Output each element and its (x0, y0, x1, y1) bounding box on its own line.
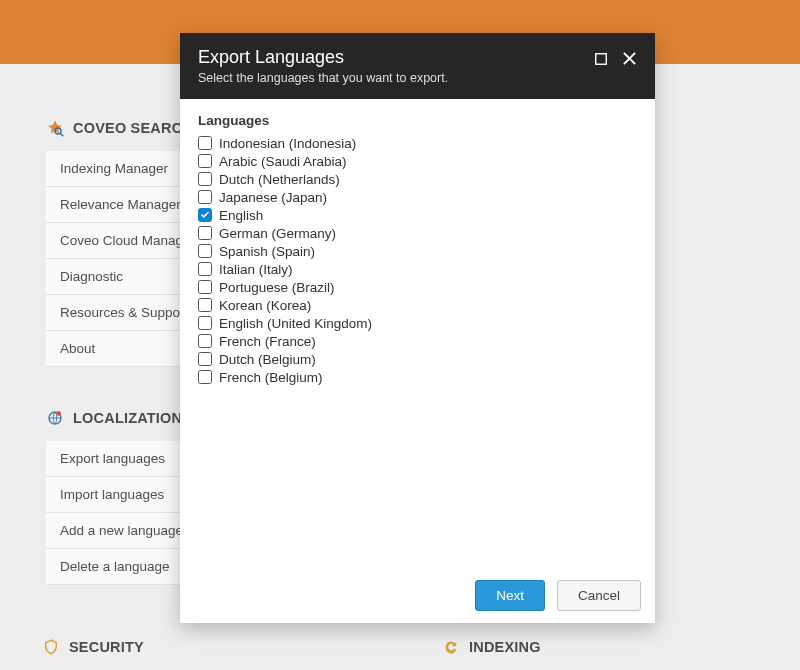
section-label: COVEO SEARCH (73, 120, 193, 136)
refresh-icon (442, 638, 460, 656)
language-label: Korean (Korea) (219, 298, 311, 313)
dialog-subtitle: Select the languages that you want to ex… (198, 71, 448, 85)
language-row-11[interactable]: French (France) (198, 332, 637, 350)
language-row-8[interactable]: Portuguese (Brazil) (198, 278, 637, 296)
language-checkbox[interactable] (198, 370, 212, 384)
language-row-1[interactable]: Arabic (Saudi Arabia) (198, 152, 637, 170)
language-label: German (Germany) (219, 226, 336, 241)
close-icon[interactable] (622, 51, 637, 66)
language-checkbox[interactable] (198, 208, 212, 222)
language-checkbox[interactable] (198, 190, 212, 204)
language-label: French (France) (219, 334, 316, 349)
language-row-10[interactable]: English (United Kingdom) (198, 314, 637, 332)
section-heading-security: SECURITY (42, 638, 380, 656)
languages-label: Languages (198, 113, 637, 128)
language-row-5[interactable]: German (Germany) (198, 224, 637, 242)
language-row-13[interactable]: French (Belgium) (198, 368, 637, 386)
language-label: English (219, 208, 263, 223)
language-checkbox[interactable] (198, 262, 212, 276)
section-label: LOCALIZATION (73, 410, 182, 426)
language-checkbox[interactable] (198, 136, 212, 150)
language-checkbox[interactable] (198, 154, 212, 168)
export-languages-dialog: Export Languages Select the languages th… (180, 33, 655, 623)
languages-list: Indonesian (Indonesia)Arabic (Saudi Arab… (198, 134, 637, 386)
language-row-6[interactable]: Spanish (Spain) (198, 242, 637, 260)
language-checkbox[interactable] (198, 298, 212, 312)
svg-point-3 (57, 411, 62, 416)
language-checkbox[interactable] (198, 226, 212, 240)
section-label: INDEXING (469, 639, 541, 655)
language-checkbox[interactable] (198, 352, 212, 366)
language-checkbox[interactable] (198, 280, 212, 294)
language-label: Arabic (Saudi Arabia) (219, 154, 347, 169)
dialog-header: Export Languages Select the languages th… (180, 33, 655, 99)
next-button[interactable]: Next (475, 580, 545, 611)
language-label: English (United Kingdom) (219, 316, 372, 331)
language-checkbox[interactable] (198, 316, 212, 330)
language-label: Dutch (Belgium) (219, 352, 316, 367)
language-row-2[interactable]: Dutch (Netherlands) (198, 170, 637, 188)
svg-rect-4 (595, 53, 606, 64)
language-label: Italian (Italy) (219, 262, 293, 277)
language-checkbox[interactable] (198, 244, 212, 258)
language-row-4[interactable]: English (198, 206, 637, 224)
language-row-12[interactable]: Dutch (Belgium) (198, 350, 637, 368)
language-checkbox[interactable] (198, 172, 212, 186)
language-row-9[interactable]: Korean (Korea) (198, 296, 637, 314)
language-row-0[interactable]: Indonesian (Indonesia) (198, 134, 637, 152)
language-row-3[interactable]: Japanese (Japan) (198, 188, 637, 206)
language-label: French (Belgium) (219, 370, 323, 385)
shield-icon (42, 638, 60, 656)
section-label: SECURITY (69, 639, 144, 655)
language-row-7[interactable]: Italian (Italy) (198, 260, 637, 278)
dialog-body: Languages Indonesian (Indonesia)Arabic (… (180, 99, 655, 568)
maximize-icon[interactable] (593, 51, 608, 66)
dialog-footer: Next Cancel (180, 568, 655, 623)
globe-icon (46, 409, 64, 427)
svg-line-1 (60, 133, 63, 136)
language-label: Dutch (Netherlands) (219, 172, 340, 187)
section-heading-indexing: INDEXING (442, 638, 780, 656)
language-label: Portuguese (Brazil) (219, 280, 335, 295)
language-label: Japanese (Japan) (219, 190, 327, 205)
language-label: Spanish (Spain) (219, 244, 315, 259)
dialog-title: Export Languages (198, 47, 448, 68)
language-checkbox[interactable] (198, 334, 212, 348)
cancel-button[interactable]: Cancel (557, 580, 641, 611)
language-label: Indonesian (Indonesia) (219, 136, 356, 151)
search-icon (46, 119, 64, 137)
